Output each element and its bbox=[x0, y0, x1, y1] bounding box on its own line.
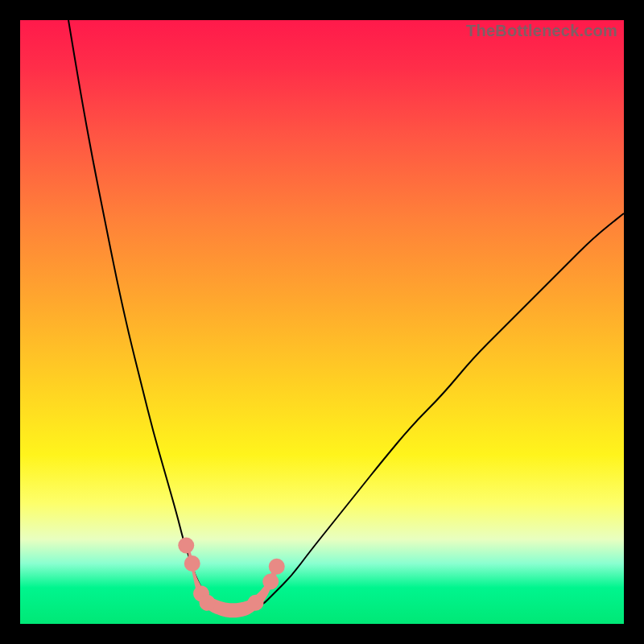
right-curve bbox=[250, 213, 624, 609]
trough-marker-body bbox=[186, 539, 277, 618]
trough-marker-dot bbox=[248, 595, 264, 611]
trough-marker-dot bbox=[184, 555, 200, 572]
left-curve bbox=[68, 20, 213, 606]
trough-marker-dot bbox=[200, 595, 216, 611]
chart-frame: TheBottleneck.com bbox=[20, 20, 624, 624]
trough-marker-dot bbox=[262, 574, 279, 590]
trough-marker-dot bbox=[269, 559, 285, 575]
trough-marker-dot bbox=[178, 538, 194, 554]
chart-svg bbox=[20, 20, 624, 624]
